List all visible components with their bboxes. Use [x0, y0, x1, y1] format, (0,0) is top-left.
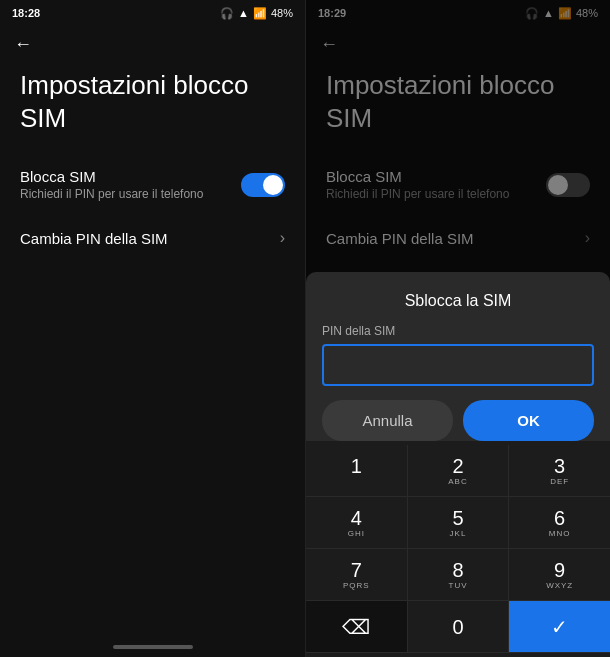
key-confirm[interactable]: ✓ [509, 601, 610, 653]
dialog-pin-label: PIN della SIM [322, 324, 594, 338]
cambia-pin-title-left: Cambia PIN della SIM [20, 230, 168, 247]
wifi-icon: ▲ [238, 7, 249, 19]
status-bar-left: 18:28 🎧 ▲ 📶 48% [0, 0, 305, 24]
numpad-row-4: ⌫ 0 ✓ [306, 601, 610, 653]
key-4[interactable]: 4 GHI [306, 497, 408, 549]
blocca-sim-toggle-left[interactable] [241, 173, 285, 197]
settings-list-left: Blocca SIM Richiedi il PIN per usare il … [0, 154, 305, 637]
key-backspace[interactable]: ⌫ [306, 601, 408, 653]
chevron-icon-left: › [280, 229, 285, 247]
home-indicator-left [0, 637, 305, 657]
blocca-sim-sub-left: Richiedi il PIN per usare il telefono [20, 187, 203, 201]
key-0[interactable]: 0 [408, 601, 510, 653]
key-9[interactable]: 9 WXYZ [509, 549, 610, 601]
key-6[interactable]: 6 MNO [509, 497, 610, 549]
numpad-row-2: 4 GHI 5 JKL 6 MNO [306, 497, 610, 549]
battery-left: 48% [271, 7, 293, 19]
numpad-row-3: 7 PQRS 8 TUV 9 WXYZ [306, 549, 610, 601]
numpad-row-1: 1 2 ABC 3 DEF [306, 445, 610, 497]
blocca-sim-item-left[interactable]: Blocca SIM Richiedi il PIN per usare il … [0, 154, 305, 215]
time-left: 18:28 [12, 7, 40, 19]
status-time-left: 18:28 [12, 7, 40, 19]
key-7[interactable]: 7 PQRS [306, 549, 408, 601]
cambia-pin-item-left[interactable]: Cambia PIN della SIM › [0, 215, 305, 261]
left-phone-panel: 18:28 🎧 ▲ 📶 48% ← Impostazioni blocco SI… [0, 0, 305, 657]
key-3[interactable]: 3 DEF [509, 445, 610, 497]
key-8[interactable]: 8 TUV [408, 549, 510, 601]
right-phone-panel: 18:29 🎧 ▲ 📶 48% ← Impostazioni blocco SI… [305, 0, 610, 657]
dialog-buttons: Annulla OK [322, 400, 594, 441]
blocca-sim-title-left: Blocca SIM [20, 168, 203, 185]
sim-unlock-dialog: Sblocca la SIM PIN della SIM Annulla OK [306, 272, 610, 457]
bluetooth-icon: 🎧 [220, 7, 234, 20]
cancel-button[interactable]: Annulla [322, 400, 453, 441]
numpad: 1 2 ABC 3 DEF 4 GHI 5 JKL 6 [306, 441, 610, 657]
page-title-left: Impostazioni blocco SIM [0, 61, 305, 154]
pin-input[interactable] [322, 344, 594, 386]
back-button-left[interactable]: ← [0, 24, 305, 61]
status-icons-left: 🎧 ▲ 📶 48% [220, 7, 293, 20]
signal-icon: 📶 [253, 7, 267, 20]
toggle-thumb-left [263, 175, 283, 195]
key-1[interactable]: 1 [306, 445, 408, 497]
key-2[interactable]: 2 ABC [408, 445, 510, 497]
ok-button[interactable]: OK [463, 400, 594, 441]
dialog-title: Sblocca la SIM [322, 292, 594, 310]
key-5[interactable]: 5 JKL [408, 497, 510, 549]
